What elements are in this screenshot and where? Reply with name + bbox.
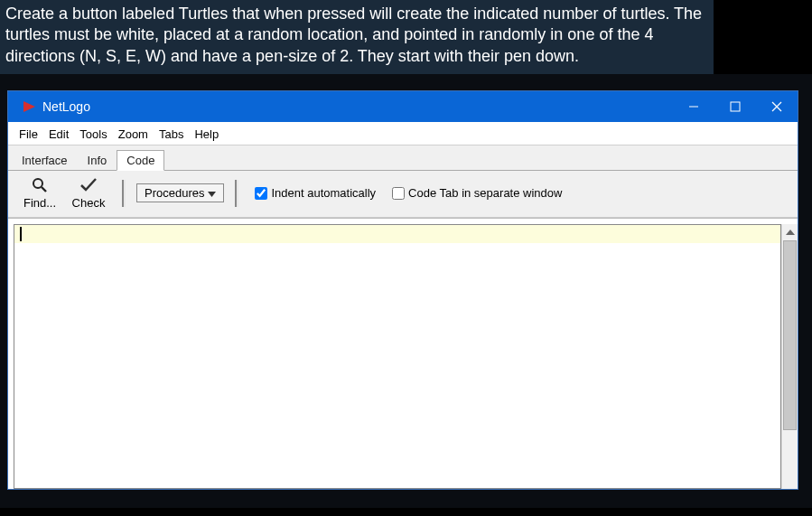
vertical-scrollbar[interactable] (781, 224, 798, 489)
separator-icon (122, 180, 126, 207)
separate-window-checkbox-label: Code Tab in separate window (408, 186, 562, 200)
svg-line-6 (42, 187, 46, 192)
magnifier-icon (31, 176, 49, 194)
checkmark-icon (79, 176, 98, 194)
procedures-label: Procedures (145, 186, 204, 200)
editor-area (8, 218, 798, 489)
tab-info[interactable]: Info (78, 150, 117, 171)
close-button[interactable] (756, 91, 798, 122)
menu-edit[interactable]: Edit (43, 126, 74, 143)
instruction-text: Create a button labeled Turtles that whe… (0, 0, 714, 74)
separate-window-checkbox-input[interactable] (392, 187, 405, 200)
tab-code[interactable]: Code (117, 150, 164, 171)
code-toolbar: Find... Check Procedures (8, 171, 798, 218)
svg-marker-7 (208, 192, 216, 197)
window-title: NetLogo (42, 99, 673, 114)
tab-interface[interactable]: Interface (12, 150, 78, 171)
check-button[interactable]: Check (66, 176, 111, 210)
app-logo-icon (21, 99, 37, 115)
current-line-highlight (14, 225, 780, 243)
separator-icon (235, 180, 238, 207)
find-label: Find... (23, 196, 56, 210)
indent-checkbox[interactable]: Indent automatically (255, 186, 376, 200)
procedures-dropdown[interactable]: Procedures (136, 183, 224, 202)
maximize-button[interactable] (714, 91, 756, 122)
netlogo-window: NetLogo File Edit Tools Zoom Tabs Help (7, 90, 798, 490)
svg-point-5 (33, 179, 42, 188)
svg-marker-0 (23, 101, 35, 112)
separate-window-checkbox[interactable]: Code Tab in separate window (392, 186, 562, 200)
indent-checkbox-input[interactable] (255, 187, 267, 200)
menu-zoom[interactable]: Zoom (113, 126, 154, 143)
code-editor[interactable] (14, 224, 781, 489)
indent-checkbox-label: Indent automatically (271, 186, 376, 200)
scroll-thumb[interactable] (783, 240, 797, 430)
menu-file[interactable]: File (14, 126, 43, 143)
desktop-background: NetLogo File Edit Tools Zoom Tabs Help (0, 74, 812, 508)
menu-tabs[interactable]: Tabs (154, 126, 189, 143)
window-controls (673, 91, 798, 122)
find-button[interactable]: Find... (17, 176, 62, 210)
minimize-button[interactable] (673, 91, 714, 122)
text-cursor (20, 227, 22, 241)
svg-rect-2 (731, 102, 740, 111)
menu-bar: File Edit Tools Zoom Tabs Help (8, 122, 798, 145)
scroll-up-icon[interactable] (783, 224, 797, 240)
check-label: Check (72, 196, 106, 210)
svg-marker-8 (786, 230, 795, 235)
title-bar[interactable]: NetLogo (8, 91, 798, 122)
menu-help[interactable]: Help (189, 126, 224, 143)
menu-tools[interactable]: Tools (74, 126, 112, 143)
tab-row: Interface Info Code (8, 145, 798, 171)
chevron-down-icon (208, 186, 216, 200)
